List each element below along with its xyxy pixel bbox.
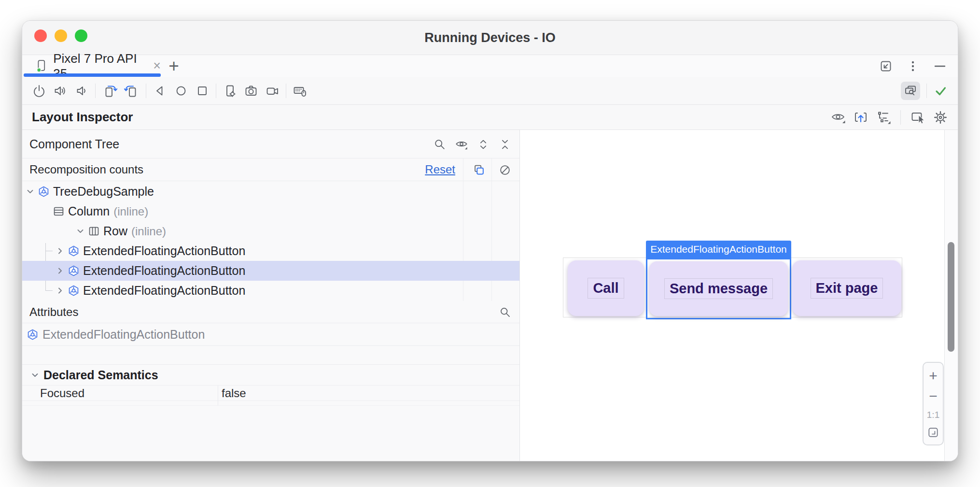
tree-node-column[interactable]: Column (inline) <box>22 201 519 221</box>
close-tab-icon[interactable]: × <box>153 59 161 72</box>
overview-icon[interactable] <box>195 84 210 98</box>
export-snapshot-icon[interactable] <box>853 110 868 125</box>
recomposition-counts-row: Recomposition counts Reset <box>22 158 519 181</box>
layout-inspector-title: Layout Inspector <box>32 110 133 125</box>
active-tab-indicator <box>24 73 161 77</box>
tree-node-label: Column <box>68 204 110 218</box>
zoom-in-button[interactable]: + <box>929 369 938 383</box>
volume-up-icon[interactable] <box>53 84 68 98</box>
tree-node-efab-2-selected[interactable]: ExtendedFloatingActionButton <box>22 261 519 281</box>
dock-window-icon[interactable] <box>879 59 893 73</box>
layout-inspector-toggle-icon <box>903 84 918 98</box>
layout-inspector-toggle-button[interactable] <box>901 82 920 100</box>
toolbar-divider <box>216 84 216 98</box>
selected-component-name: ExtendedFloatingActionButton <box>42 328 205 342</box>
rotate-left-icon[interactable] <box>102 84 117 98</box>
power-icon[interactable] <box>32 84 46 98</box>
more-options-icon[interactable] <box>906 59 920 73</box>
tree-node-label: ExtendedFloatingActionButton <box>83 264 245 278</box>
search-icon[interactable] <box>499 306 512 319</box>
device-render-panel: Call ExtendedFloatingActionButton Send m… <box>520 130 958 461</box>
chevron-down-icon[interactable] <box>76 227 84 235</box>
attribute-table-tail <box>22 401 519 406</box>
tree-node-label: ExtendedFloatingActionButton <box>83 244 245 258</box>
settings-gear-icon[interactable] <box>933 110 948 125</box>
visibility-options-icon[interactable] <box>830 110 846 125</box>
recomposition-counts-label: Recomposition counts <box>29 163 143 176</box>
compose-node-icon <box>68 285 79 296</box>
phone-device-icon <box>36 58 46 73</box>
layout-inspector-bar: Layout Inspector <box>22 105 958 130</box>
volume-down-icon[interactable] <box>74 84 89 98</box>
clear-counts-icon[interactable] <box>498 163 512 177</box>
rotate-right-icon[interactable] <box>124 84 140 98</box>
selection-tooltip: ExtendedFloatingActionButton <box>646 241 791 258</box>
compose-node-icon <box>27 329 38 340</box>
attribute-name: Focused <box>40 387 84 400</box>
tree-node-row[interactable]: Row (inline) <box>22 221 519 241</box>
tree-node-treedebugsample[interactable]: TreeDebugSample <box>22 182 519 201</box>
toolbar-divider <box>146 84 146 98</box>
back-icon[interactable] <box>153 84 167 98</box>
chevron-right-icon[interactable] <box>56 286 64 295</box>
select-component-icon[interactable] <box>910 110 925 125</box>
tree-node-efab-3[interactable]: ExtendedFloatingActionButton <box>22 281 519 301</box>
row-layout-icon <box>88 226 99 237</box>
toolbar-divider <box>95 84 96 98</box>
exit-page-button-label: Exit page <box>811 278 883 299</box>
title-bar: Running Devices - IO <box>22 21 958 55</box>
chevron-down-icon[interactable] <box>31 371 39 379</box>
attributes-header: Attributes <box>22 301 519 323</box>
zoom-out-button[interactable]: − <box>929 389 938 403</box>
attribute-value: false <box>222 387 246 400</box>
new-tab-button[interactable]: + <box>163 56 184 76</box>
hardware-input-icon[interactable] <box>293 84 307 98</box>
compose-node-icon <box>68 265 79 276</box>
highlight-visibility-icon[interactable] <box>455 138 468 151</box>
exit-page-button[interactable]: Exit page <box>792 260 901 316</box>
home-icon[interactable] <box>174 84 188 98</box>
screen-record-icon[interactable] <box>265 84 280 98</box>
device-tab-bar: Pixel 7 Pro API 35 × + <box>22 55 958 77</box>
tree-options-icon[interactable] <box>876 110 891 125</box>
chevron-right-icon[interactable] <box>56 267 64 275</box>
declared-semantics-header[interactable]: Declared Semantics <box>22 364 519 386</box>
zoom-controls: + − 1:1 <box>923 362 944 445</box>
hide-panel-icon[interactable] <box>933 59 947 73</box>
compose-node-icon <box>38 186 49 197</box>
expand-all-icon[interactable] <box>476 138 490 151</box>
component-tree-header: Component Tree <box>22 130 519 158</box>
send-message-button[interactable]: Send message <box>649 261 788 316</box>
call-button-label: Call <box>588 278 624 299</box>
attribute-row-focused: Focused false <box>22 386 519 401</box>
send-message-button-label: Send message <box>664 278 773 299</box>
tree-node-suffix: (inline) <box>113 205 148 218</box>
selected-component-row: ExtendedFloatingActionButton <box>22 323 519 346</box>
compose-node-icon <box>68 245 79 257</box>
check-icon[interactable] <box>933 84 948 98</box>
column-layout-icon <box>53 206 64 217</box>
declared-semantics-title: Declared Semantics <box>43 368 158 382</box>
zoom-to-fit-icon[interactable] <box>927 426 939 439</box>
toolbar-divider <box>900 110 901 125</box>
highlight-recomposition-icon[interactable] <box>472 163 486 177</box>
search-icon[interactable] <box>433 138 447 151</box>
chevron-down-icon[interactable] <box>26 187 34 196</box>
device-toolbar <box>22 77 958 105</box>
zoom-one-to-one-button[interactable]: 1:1 <box>927 410 939 420</box>
chevron-right-icon[interactable] <box>56 247 64 255</box>
scrollbar-thumb[interactable] <box>948 242 954 352</box>
window-title: Running Devices - IO <box>22 21 958 55</box>
tree-node-efab-1[interactable]: ExtendedFloatingActionButton <box>22 241 519 261</box>
device-settings-icon[interactable] <box>223 84 237 98</box>
toolbar-divider <box>286 84 286 98</box>
reset-counts-link[interactable]: Reset <box>425 163 455 176</box>
tree-node-suffix: (inline) <box>131 225 166 238</box>
call-button[interactable]: Call <box>568 260 644 316</box>
tree-node-label: Row <box>103 224 127 238</box>
collapse-all-icon[interactable] <box>498 138 512 151</box>
screenshot-icon[interactable] <box>244 84 258 98</box>
toolbar-divider <box>926 84 927 98</box>
tree-node-label: ExtendedFloatingActionButton <box>83 284 245 298</box>
attributes-title: Attributes <box>29 305 78 319</box>
